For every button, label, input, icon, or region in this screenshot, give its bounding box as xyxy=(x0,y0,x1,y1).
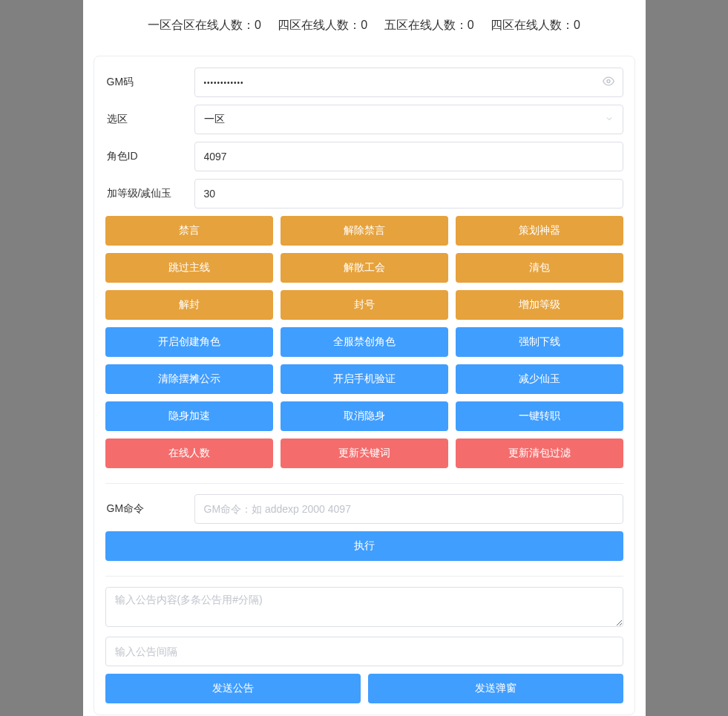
gm-command-input[interactable] xyxy=(194,494,623,524)
cancel-stealth-button[interactable]: 取消隐身 xyxy=(281,401,448,431)
online-count-button[interactable]: 在线人数 xyxy=(105,439,273,468)
reduce-xianyu-button[interactable]: 减少仙玉 xyxy=(456,364,623,394)
disband-guild-button[interactable]: 解散工会 xyxy=(281,253,448,283)
unmute-button[interactable]: 解除禁言 xyxy=(281,216,448,246)
disable-create-role-button[interactable]: 全服禁创角色 xyxy=(281,327,448,357)
plan-artifact-button[interactable]: 策划神器 xyxy=(456,216,623,246)
clear-bag-button[interactable]: 清包 xyxy=(456,253,623,283)
divider xyxy=(105,483,623,484)
clear-stall-button[interactable]: 清除摆摊公示 xyxy=(105,364,273,394)
stealth-speed-button[interactable]: 隐身加速 xyxy=(105,401,273,431)
region-select[interactable]: 一区 xyxy=(194,105,623,134)
enable-create-role-button[interactable]: 开启创建角色 xyxy=(105,327,273,357)
execute-button[interactable]: 执行 xyxy=(105,531,623,561)
main-card: GM码 •••••••••••• 选区 一区 角色ID 加等级/减仙玉 xyxy=(94,56,635,715)
change-job-button[interactable]: 一键转职 xyxy=(456,401,623,431)
force-offline-button[interactable]: 强制下线 xyxy=(456,327,623,357)
update-keyword-button[interactable]: 更新关键词 xyxy=(281,439,448,468)
enable-phone-verify-button[interactable]: 开启手机验证 xyxy=(281,364,448,394)
ban-button[interactable]: 封号 xyxy=(281,290,448,320)
unban-button[interactable]: 解封 xyxy=(105,290,273,320)
update-clearbag-filter-button[interactable]: 更新清包过滤 xyxy=(456,439,623,468)
role-id-input[interactable] xyxy=(194,142,623,171)
send-popup-button[interactable]: 发送弹窗 xyxy=(368,674,623,703)
chevron-down-icon xyxy=(605,114,614,125)
gm-code-label: GM码 xyxy=(105,76,194,89)
role-id-label: 角色ID xyxy=(105,150,194,163)
mute-button[interactable]: 禁言 xyxy=(105,216,273,246)
divider-2 xyxy=(105,576,623,577)
announce-interval-input[interactable] xyxy=(105,637,623,666)
announce-content-textarea[interactable] xyxy=(105,587,623,627)
send-announce-button[interactable]: 发送公告 xyxy=(105,674,361,703)
gm-command-label: GM命令 xyxy=(105,502,194,516)
gm-code-input[interactable]: •••••••••••• xyxy=(194,68,623,97)
level-label: 加等级/减仙玉 xyxy=(105,187,194,200)
region-label: 选区 xyxy=(105,113,194,126)
skip-main-button[interactable]: 跳过主线 xyxy=(105,253,273,283)
level-input[interactable] xyxy=(194,179,623,208)
header-stats: 一区合区在线人数：0 四区在线人数：0 五区在线人数：0 四区在线人数：0 xyxy=(83,0,646,47)
add-level-button[interactable]: 增加等级 xyxy=(456,290,623,320)
